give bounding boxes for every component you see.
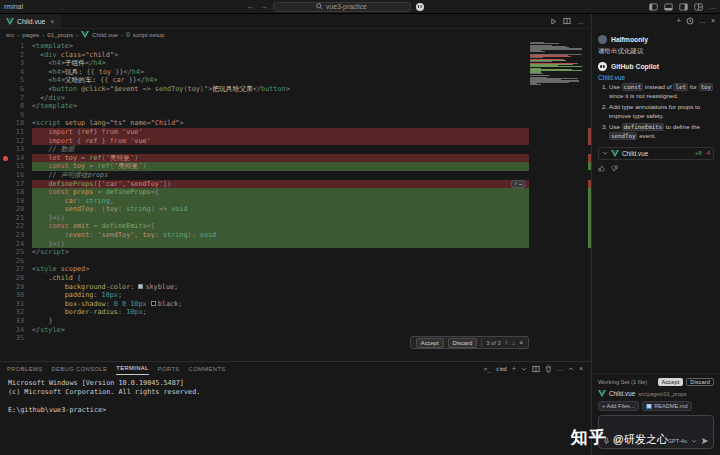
kill-terminal-icon[interactable] xyxy=(545,365,552,373)
split-editor-icon[interactable] xyxy=(563,17,571,25)
working-set-file[interactable]: Child.vue src\pages\01_props xyxy=(598,390,714,397)
code-line[interactable]: 21 }>() xyxy=(0,214,591,223)
code-line[interactable]: 6 <button @click="$event => sendToy(toy)… xyxy=(0,85,591,94)
more-actions-icon[interactable]: … xyxy=(709,2,716,12)
code-line[interactable]: 14 let toy = ref('奥特曼') xyxy=(0,154,591,163)
thumbs-up-icon[interactable] xyxy=(598,165,605,172)
code-line[interactable]: 20 sendToy: (toy: string) => void xyxy=(0,205,591,214)
changed-file-row[interactable]: Child.vue +8 -4 xyxy=(598,147,714,160)
accept-all-button[interactable]: Accept xyxy=(658,378,684,386)
chat-more-icon[interactable]: … xyxy=(699,16,706,26)
code-line[interactable]: 22 const emit = defineEmits<{ xyxy=(0,222,591,231)
shell-label[interactable]: cmd xyxy=(496,365,507,372)
code-line[interactable]: 25</script> xyxy=(0,248,591,257)
breadcrumb-item[interactable]: src xyxy=(6,31,14,38)
code-line[interactable]: 17 defineProps(['car','sendToy'])✓… xyxy=(0,180,591,189)
new-terminal-icon[interactable]: + xyxy=(512,364,516,374)
breadcrumb-item[interactable]: pages xyxy=(22,31,39,38)
panel-tab-comments[interactable]: COMMENTS xyxy=(189,363,226,375)
code-line[interactable]: 12 import { ref } from 'vue' xyxy=(0,137,591,146)
code-editor[interactable]: 1<template>2 <div class="child">3 <h4>子组… xyxy=(0,39,591,361)
thumbs-down-icon[interactable] xyxy=(611,165,618,172)
editor-more-actions-icon[interactable]: … xyxy=(577,18,584,25)
feedback-row xyxy=(598,165,714,172)
close-panel-icon[interactable]: × xyxy=(579,364,583,374)
code-line[interactable]: 24 }>() xyxy=(0,240,591,249)
code-line[interactable]: 19 car: string, xyxy=(0,197,591,206)
tab-child-vue[interactable]: Child.vue × xyxy=(0,14,61,28)
toggle-secondary-sidebar-icon[interactable] xyxy=(679,3,688,11)
panel-more-icon[interactable]: … xyxy=(557,364,564,374)
code-line[interactable]: 32 border-radius: 10px; xyxy=(0,308,591,317)
panel-tab-problems[interactable]: PROBLEMS xyxy=(7,363,42,375)
close-icon[interactable]: × xyxy=(519,339,523,346)
code-line[interactable]: 10<script setup lang="ts" name="Child"> xyxy=(0,119,591,128)
chevron-down-icon[interactable] xyxy=(691,438,697,444)
close-chat-icon[interactable]: × xyxy=(711,16,715,26)
toggle-panel-icon[interactable] xyxy=(664,3,673,11)
next-change-icon[interactable]: ↓ xyxy=(512,339,515,346)
breadcrumb-item[interactable]: 01_props xyxy=(47,31,73,38)
inline-diff-widget[interactable]: ✓… xyxy=(511,180,525,188)
code-line[interactable]: 2 <div class="child"> xyxy=(0,51,591,60)
watermark-brand: 知乎 xyxy=(571,426,607,449)
panel-tab-debug-console[interactable]: DEBUG CONSOLE xyxy=(51,363,107,375)
code-line[interactable]: 30 padding: 10px; xyxy=(0,291,591,300)
run-icon[interactable] xyxy=(550,18,557,25)
breadcrumb-item[interactable]: Child.vue xyxy=(92,31,118,38)
code-line[interactable]: 31 box-shadow: 0 0 10px black; xyxy=(0,300,591,309)
chevron-down-icon[interactable] xyxy=(521,366,527,372)
toggle-sidebar-icon[interactable] xyxy=(649,3,658,11)
previous-change-icon[interactable]: ↑ xyxy=(505,339,508,346)
code-line[interactable]: 11 import {ref} from 'vue' xyxy=(0,128,591,137)
code-line[interactable]: 29 background-color: skyblue; xyxy=(0,283,591,292)
send-icon[interactable] xyxy=(701,437,709,445)
minimap[interactable] xyxy=(530,42,585,87)
back-icon[interactable]: ← xyxy=(247,2,255,12)
code-line[interactable]: 33 } xyxy=(0,317,591,326)
tab-close-icon[interactable]: × xyxy=(50,18,54,25)
split-terminal-icon[interactable] xyxy=(532,365,540,373)
code-line[interactable]: 18 const props = defineProps<{ xyxy=(0,188,591,197)
code-line[interactable]: 15 const toy = ref('奥特曼') xyxy=(0,162,591,171)
discard-change-button[interactable]: Discard xyxy=(448,338,478,348)
code-line[interactable]: 16 // 声明接收props xyxy=(0,171,591,180)
code-line[interactable]: 5 <h4>父给的车: {{ car }}</h4> xyxy=(0,76,591,85)
code-line[interactable]: 3 <h4>子组件</h4> xyxy=(0,59,591,68)
code-line[interactable]: 28 .child { xyxy=(0,274,591,283)
code-line[interactable]: 26 xyxy=(0,257,591,266)
code-line[interactable]: 23 (event: 'sendToy', toy: string): void xyxy=(0,231,591,240)
context-chip[interactable]: MREADME.md xyxy=(642,401,692,411)
code-line[interactable]: 8</template> xyxy=(0,102,591,111)
forward-icon[interactable]: → xyxy=(260,2,268,12)
code-line[interactable]: 13 // 数据 xyxy=(0,145,591,154)
panel-tab-ports[interactable]: PORTS xyxy=(158,363,180,375)
overview-ruler xyxy=(588,39,591,361)
model-picker[interactable]: GPT-4o xyxy=(668,438,687,444)
breadcrumb-item[interactable]: script setup xyxy=(133,31,165,38)
code-text: background-color: skyblue; xyxy=(32,283,529,292)
terminal-content[interactable]: Microsoft Windows [Version 10.0.19045.54… xyxy=(0,375,591,415)
code-line[interactable]: 7 </div> xyxy=(0,94,591,103)
user-message: 请给出优化建议 xyxy=(598,47,714,56)
breakpoint-dot[interactable] xyxy=(0,154,10,163)
menu-bar-partial[interactable]: rminal xyxy=(4,3,64,10)
chevron-up-icon[interactable] xyxy=(568,366,574,372)
new-chat-icon[interactable]: + xyxy=(677,16,681,26)
accept-change-button[interactable]: Accept xyxy=(416,338,444,348)
command-center-search[interactable]: vue3-practice xyxy=(273,2,411,12)
customize-layout-icon[interactable] xyxy=(694,3,703,11)
discard-all-button[interactable]: Discard xyxy=(686,378,714,386)
referenced-file-link[interactable]: Child.vue xyxy=(598,74,714,81)
code-line[interactable]: 1<template> xyxy=(0,42,591,51)
code-line[interactable]: 27<style scoped> xyxy=(0,265,591,274)
code-line[interactable]: 9 xyxy=(0,111,591,120)
ellipsis-icon[interactable]: … xyxy=(519,180,522,187)
history-icon[interactable] xyxy=(686,17,694,25)
code-line[interactable]: 4 <h4>玩具: {{ toy }}</h4> xyxy=(0,68,591,77)
copilot-icon[interactable] xyxy=(416,3,424,11)
check-icon[interactable]: ✓ xyxy=(514,180,517,187)
panel-tab-terminal[interactable]: TERMINAL xyxy=(116,362,149,375)
context-chip[interactable]: + Add Files... xyxy=(598,401,639,411)
code-line[interactable]: 34</style> xyxy=(0,326,591,335)
